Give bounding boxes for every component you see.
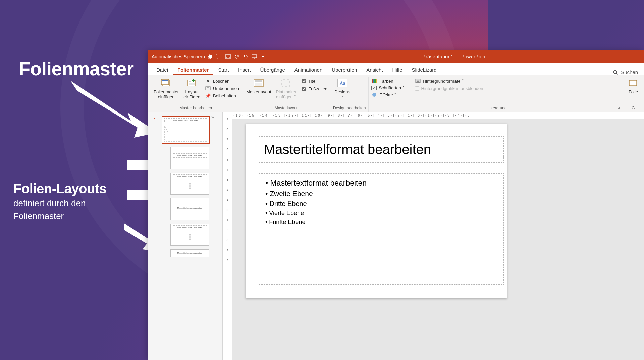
effects-icon xyxy=(371,92,377,98)
svg-text:4: 4 xyxy=(226,249,228,252)
insert-placeholder-button[interactable]: Platzhalter einfügen ˅ xyxy=(275,77,298,100)
placeholder-icon xyxy=(281,78,291,89)
slide-thumbnails-pane[interactable]: « 1 Mastertitelformat bearbeiten • … • …… xyxy=(148,112,223,274)
group-caption-hintergrund: Hintergrund xyxy=(371,105,488,112)
thumbnail-layout-2[interactable]: Mastertitelformat bearbeiten xyxy=(170,173,209,195)
arrow-to-master xyxy=(70,81,158,139)
svg-rect-24 xyxy=(373,79,374,83)
customize-qat-icon[interactable]: ▾ xyxy=(260,54,266,60)
ribbon-group-design-bearbeiten: Aa Designs ▾ Design bearbeiten xyxy=(330,77,369,112)
svg-text:2: 2 xyxy=(226,188,228,191)
powerpoint-window: Automatisches Speichern ▾ Präsentation1 … xyxy=(148,50,488,274)
thumbnail-layout-1[interactable]: Mastertitelformat bearbeiten xyxy=(170,147,209,169)
tab-slidelizard[interactable]: SlideLizard xyxy=(407,64,441,75)
delete-icon: ✕ xyxy=(205,78,211,84)
horizontal-ruler: ·16·|·15·|·14·|·13·|·12·|·11·|·10·|·9·|·… xyxy=(232,112,488,119)
edit-area: « 1 Mastertitelformat bearbeiten • … • …… xyxy=(148,112,488,274)
svg-text:8: 8 xyxy=(226,128,228,131)
body-level-1: Mastertextformat bearbeiten xyxy=(265,178,488,189)
thumbnail-layout-3[interactable]: Mastertitelformat bearbeiten xyxy=(170,198,209,220)
svg-text:5: 5 xyxy=(226,158,228,161)
svg-rect-13 xyxy=(189,81,191,82)
slide-canvas-area[interactable]: ·16·|·15·|·14·|·13·|·12·|·11·|·10·|·9·|·… xyxy=(232,112,488,274)
tab-ansicht[interactable]: Ansicht xyxy=(362,64,387,75)
themes-icon: Aa xyxy=(337,78,348,89)
annotation-sub-line1: definiert durch den xyxy=(13,198,106,209)
slidemaster-icon xyxy=(161,78,172,89)
svg-rect-6 xyxy=(252,55,257,58)
ribbon-group-master-bearbeiten: Folienmaster einfügen Layout einfügen ✕ … xyxy=(150,77,242,112)
svg-text:Aa: Aa xyxy=(339,81,345,86)
masterlayout-button[interactable]: Masterlayout xyxy=(245,77,272,95)
svg-text:5: 5 xyxy=(226,259,228,262)
autosave-toggle[interactable] xyxy=(208,54,218,59)
svg-text:2: 2 xyxy=(226,228,228,232)
thumbnail-master[interactable]: 1 Mastertitelformat bearbeiten • … • … •… xyxy=(162,116,210,144)
annotation-folien-layouts: Folien-Layouts definiert durch den Folie… xyxy=(13,181,106,222)
svg-rect-11 xyxy=(162,80,168,81)
tab-ueberpruefen[interactable]: Überprüfen xyxy=(327,64,362,75)
svg-text:6: 6 xyxy=(226,148,228,151)
svg-rect-5 xyxy=(227,57,229,59)
window-title: Präsentation1 - PowerPoint xyxy=(269,54,488,59)
annotation-sub-line2: Folienmaster xyxy=(13,211,106,222)
rename-layout-button[interactable]: Umbenennen xyxy=(205,85,239,92)
fonts-button[interactable]: A Schriftarten ˅ xyxy=(371,85,405,91)
svg-text:1: 1 xyxy=(226,198,228,201)
body-placeholder[interactable]: Mastertextformat bearbeiten Zweite Ebene… xyxy=(259,173,488,274)
fonts-icon: A xyxy=(371,86,377,90)
save-icon[interactable] xyxy=(225,54,231,60)
insert-layout-button[interactable]: Layout einfügen xyxy=(182,77,202,100)
svg-rect-19 xyxy=(255,83,262,86)
insert-layout-icon xyxy=(186,78,197,89)
svg-rect-14 xyxy=(189,83,195,85)
svg-text:3: 3 xyxy=(226,178,228,181)
body-level-3: Dritte Ebene xyxy=(265,199,488,209)
undo-icon[interactable] xyxy=(234,54,240,60)
effects-button[interactable]: Effekte ˅ xyxy=(371,91,405,98)
preserve-layout-button[interactable]: 📌 Beibehalten xyxy=(205,92,239,99)
colors-icon xyxy=(371,78,377,84)
svg-rect-4 xyxy=(226,54,230,59)
hide-background-graphics-checkbox[interactable]: Hintergrundgrafiken ausblenden xyxy=(415,85,483,92)
title-checkbox[interactable]: Titel xyxy=(302,77,327,85)
background-styles-icon xyxy=(415,78,421,84)
background-styles-button[interactable]: Hintergrundformate ˅ xyxy=(415,77,483,85)
ribbon-group-masterlayout: Masterlayout Platzhalter einfügen ˅ Tite… xyxy=(242,77,330,112)
colors-button[interactable]: Farben ˅ xyxy=(371,77,405,85)
body-level-4: Vierte Ebene xyxy=(265,209,488,218)
vertical-ruler: 987 654 321 012 345 xyxy=(223,112,232,274)
svg-text:0: 0 xyxy=(226,208,228,212)
delete-layout-button[interactable]: ✕ Löschen xyxy=(205,77,239,85)
themes-button[interactable]: Aa Designs ▾ xyxy=(333,77,352,99)
masterlayout-icon xyxy=(253,78,264,89)
ribbon-tabs: Datei Folienmaster Start Insert Übergäng… xyxy=(148,63,488,75)
tab-start[interactable]: Start xyxy=(213,64,233,75)
title-placeholder[interactable]: Mastertitelformat bearbeiten xyxy=(259,136,488,163)
collapse-icon[interactable]: « xyxy=(211,114,214,119)
svg-text:9: 9 xyxy=(226,118,228,121)
svg-text:3: 3 xyxy=(226,238,228,242)
redo-icon[interactable] xyxy=(243,54,249,60)
autosave-label: Automatisches Speichern xyxy=(152,54,205,59)
svg-text:1: 1 xyxy=(226,218,228,222)
footers-checkbox[interactable]: Fußzeilen xyxy=(302,85,327,93)
tab-hilfe[interactable]: Hilfe xyxy=(387,64,407,75)
tab-folienmaster[interactable]: Folienmaster xyxy=(173,64,213,75)
pin-icon: 📌 xyxy=(205,93,211,99)
svg-text:4: 4 xyxy=(226,168,228,171)
tab-insert[interactable]: Insert xyxy=(233,64,256,75)
titlebar: Automatisches Speichern ▾ Präsentation1 … xyxy=(148,50,488,63)
rename-icon xyxy=(205,85,211,91)
thumbnail-layout-4[interactable]: Mastertitelformat bearbeiten xyxy=(170,224,209,246)
thumbnail-layout-5[interactable]: Mastertitelformat bearbeiten xyxy=(170,249,209,257)
tab-animationen[interactable]: Animationen xyxy=(290,64,327,75)
tab-uebergaenge[interactable]: Übergänge xyxy=(256,64,290,75)
body-level-5: Fünfte Ebene xyxy=(265,218,488,227)
tab-datei[interactable]: Datei xyxy=(152,64,173,75)
slideshow-icon[interactable] xyxy=(251,54,257,60)
insert-slidemaster-button[interactable]: Folienmaster einfügen xyxy=(152,77,180,100)
svg-rect-26 xyxy=(376,79,377,83)
annotation-sub-heading: Folien-Layouts xyxy=(13,181,106,196)
master-slide[interactable]: Mastertitelformat bearbeiten Mastertextf… xyxy=(246,124,488,274)
